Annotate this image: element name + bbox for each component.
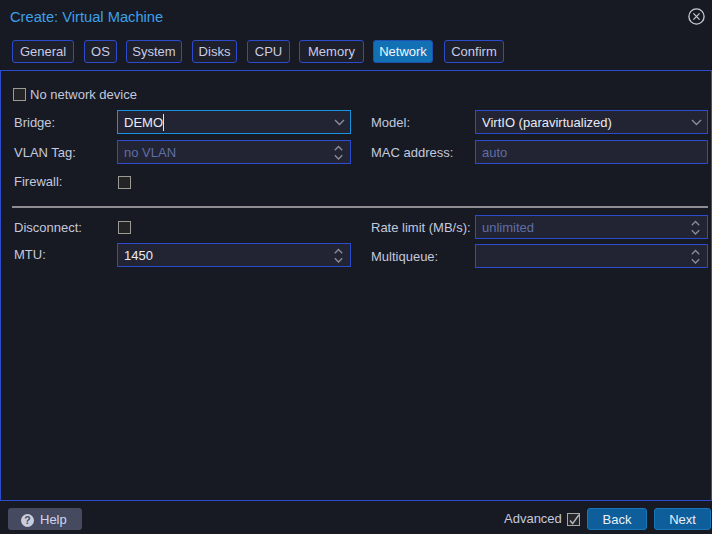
svg-text:?: ?: [24, 514, 30, 526]
